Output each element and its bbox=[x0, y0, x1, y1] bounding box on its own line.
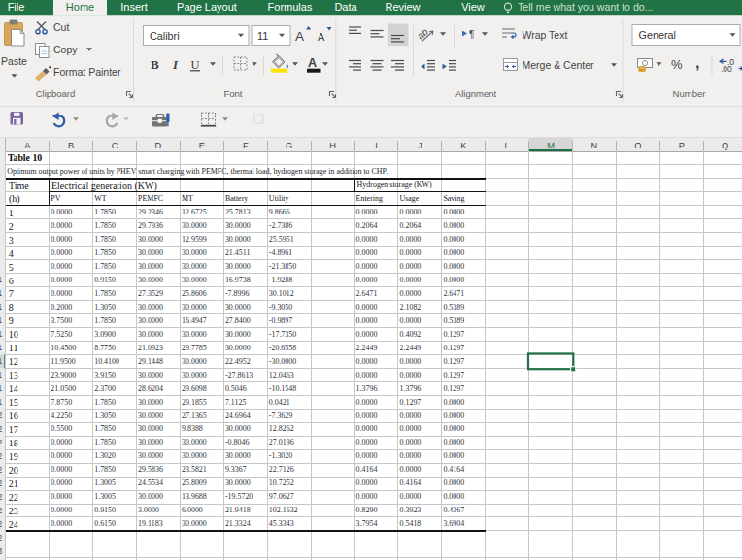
svg-text:1.3050: 1.3050 bbox=[94, 412, 116, 420]
svg-text:1: 1 bbox=[0, 302, 2, 312]
svg-text:30.0000: 30.0000 bbox=[138, 262, 163, 271]
svg-text:30.0000: 30.0000 bbox=[182, 371, 207, 379]
svg-text:23: 23 bbox=[9, 506, 18, 516]
svg-text:Copy: Copy bbox=[53, 44, 78, 55]
svg-text:23.5821: 23.5821 bbox=[182, 465, 207, 474]
svg-text:2.2449: 2.2449 bbox=[356, 344, 378, 352]
svg-text:0.0000: 0.0000 bbox=[443, 492, 464, 501]
svg-text:29.2346: 29.2346 bbox=[138, 208, 163, 216]
svg-text:1.3005: 1.3005 bbox=[94, 492, 116, 501]
svg-text:Font: Font bbox=[223, 88, 242, 99]
svg-text:0.0421: 0.0421 bbox=[269, 398, 290, 407]
svg-text:30.0000: 30.0000 bbox=[138, 412, 163, 420]
svg-text:0.0000: 0.0000 bbox=[356, 276, 378, 284]
svg-text:0.0000: 0.0000 bbox=[356, 451, 378, 460]
svg-text:-19.5720: -19.5720 bbox=[225, 492, 253, 501]
svg-text:21.4511: 21.4511 bbox=[225, 248, 251, 257]
svg-text:D: D bbox=[155, 141, 162, 150]
svg-text:P: P bbox=[679, 141, 685, 150]
svg-text:30.0000: 30.0000 bbox=[182, 276, 207, 284]
svg-text:0.0000: 0.0000 bbox=[356, 412, 378, 420]
svg-text:0.0000: 0.0000 bbox=[400, 289, 422, 298]
svg-text:M: M bbox=[547, 141, 555, 150]
svg-text:0.0000: 0.0000 bbox=[400, 438, 422, 446]
svg-text:-21.3850: -21.3850 bbox=[269, 262, 296, 271]
svg-text:2: 2 bbox=[0, 492, 2, 502]
svg-text:0.5389: 0.5389 bbox=[443, 303, 464, 312]
svg-text:6.0000: 6.0000 bbox=[182, 506, 203, 514]
svg-text:-9.3050: -9.3050 bbox=[269, 303, 293, 312]
svg-text:0.0000: 0.0000 bbox=[443, 276, 464, 284]
svg-text:30.0000: 30.0000 bbox=[225, 451, 251, 460]
svg-text:0.0000: 0.0000 bbox=[400, 465, 422, 474]
svg-text:7: 7 bbox=[9, 288, 14, 299]
svg-text:0.0000: 0.0000 bbox=[400, 451, 422, 460]
svg-text:-30.0000: -30.0000 bbox=[269, 357, 296, 366]
svg-text:0.0000: 0.0000 bbox=[51, 451, 72, 460]
svg-text:2.6471: 2.6471 bbox=[443, 289, 464, 298]
svg-text:7.1125: 7.1125 bbox=[225, 398, 247, 407]
svg-text:3.7500: 3.7500 bbox=[51, 316, 72, 325]
svg-text:0.0000: 0.0000 bbox=[400, 262, 422, 271]
svg-text:0.1297: 0.1297 bbox=[443, 330, 464, 339]
svg-text:A: A bbox=[308, 56, 317, 70]
svg-text:-0.8046: -0.8046 bbox=[225, 438, 250, 446]
svg-text:10.4100: 10.4100 bbox=[94, 357, 119, 366]
svg-text:24.5534: 24.5534 bbox=[138, 478, 163, 487]
svg-text:16.4947: 16.4947 bbox=[182, 316, 207, 325]
svg-text:22.7126: 22.7126 bbox=[269, 465, 294, 474]
svg-text:0.5418: 0.5418 bbox=[400, 519, 422, 528]
svg-text:0.0000: 0.0000 bbox=[443, 398, 464, 407]
svg-text:C: C bbox=[112, 141, 118, 150]
svg-text:0.0000: 0.0000 bbox=[443, 451, 464, 460]
svg-text:45.3343: 45.3343 bbox=[269, 519, 294, 528]
svg-text:0.1297: 0.1297 bbox=[400, 398, 422, 407]
svg-text:Formulas: Formulas bbox=[268, 1, 313, 13]
svg-text:Q: Q bbox=[722, 141, 728, 150]
svg-text:1.7850: 1.7850 bbox=[94, 235, 116, 244]
svg-text:I: I bbox=[172, 57, 179, 72]
svg-text:10.4500: 10.4500 bbox=[51, 344, 76, 352]
svg-text:0.0000: 0.0000 bbox=[443, 262, 464, 271]
svg-text:B: B bbox=[151, 57, 159, 72]
svg-text:0.4092: 0.4092 bbox=[400, 330, 422, 339]
svg-text:30.1012: 30.1012 bbox=[269, 289, 294, 298]
svg-text:0.1297: 0.1297 bbox=[443, 384, 464, 393]
svg-text:Calibri: Calibri bbox=[150, 30, 180, 42]
svg-text:0.0000: 0.0000 bbox=[400, 412, 422, 420]
svg-text:0.0000: 0.0000 bbox=[51, 262, 72, 271]
svg-text:12.0463: 12.0463 bbox=[269, 371, 294, 379]
svg-text:30.0000: 30.0000 bbox=[225, 424, 251, 433]
svg-text:0.0000: 0.0000 bbox=[356, 316, 378, 325]
svg-text:30.0000: 30.0000 bbox=[138, 316, 163, 325]
svg-text:Entering: Entering bbox=[356, 194, 383, 203]
svg-text:%: % bbox=[671, 57, 683, 72]
svg-text:0.0000: 0.0000 bbox=[51, 276, 72, 284]
svg-text:10: 10 bbox=[9, 329, 18, 340]
svg-text:0.4164: 0.4164 bbox=[356, 465, 378, 474]
svg-text:A: A bbox=[318, 31, 325, 43]
svg-text:1: 1 bbox=[0, 356, 2, 366]
svg-text:0.0000: 0.0000 bbox=[51, 492, 72, 501]
svg-text:30.0000: 30.0000 bbox=[182, 519, 207, 528]
svg-text:1.3005: 1.3005 bbox=[94, 478, 116, 487]
svg-text:View: View bbox=[461, 1, 485, 13]
svg-text:MT: MT bbox=[182, 194, 193, 203]
svg-text:0.3923: 0.3923 bbox=[400, 506, 422, 514]
svg-text:7.8750: 7.8750 bbox=[51, 398, 72, 407]
svg-text:0.0000: 0.0000 bbox=[51, 519, 72, 528]
svg-text:0.0000: 0.0000 bbox=[400, 316, 422, 325]
svg-text:1.3796: 1.3796 bbox=[356, 384, 378, 393]
svg-text:Home: Home bbox=[66, 1, 94, 13]
svg-text:0.0000: 0.0000 bbox=[443, 221, 464, 230]
svg-text:25.5951: 25.5951 bbox=[269, 235, 294, 244]
svg-text:L: L bbox=[505, 141, 510, 150]
svg-text:-2.7386: -2.7386 bbox=[269, 221, 293, 230]
svg-text:28.6204: 28.6204 bbox=[138, 384, 163, 393]
svg-text:0.0000: 0.0000 bbox=[400, 208, 422, 216]
svg-text:0.0000: 0.0000 bbox=[400, 424, 422, 433]
svg-text:H: H bbox=[329, 141, 336, 150]
svg-text:21.9418: 21.9418 bbox=[225, 506, 251, 514]
svg-text:0.0000: 0.0000 bbox=[400, 357, 422, 366]
svg-text:11: 11 bbox=[257, 30, 268, 42]
